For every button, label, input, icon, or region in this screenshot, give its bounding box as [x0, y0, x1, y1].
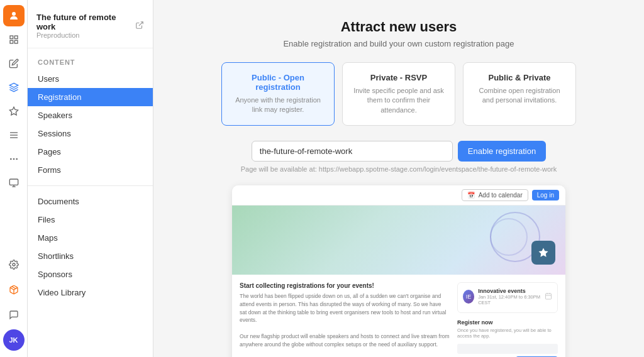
page-title: Attract new users: [179, 19, 619, 35]
preview-left-text: The world has been flipped upside down o…: [240, 292, 450, 357]
gear-icon[interactable]: [3, 254, 25, 275]
sidebar-item-registration[interactable]: Registration: [28, 88, 153, 106]
svg-rect-13: [9, 179, 18, 185]
preview-event-icon: IE: [463, 290, 474, 304]
reg-card-private-rsvp-desc: Invite specific people and ask them to c…: [352, 86, 446, 115]
grid-icon[interactable]: [3, 29, 25, 50]
pencil-icon[interactable]: [3, 53, 25, 74]
preview-window: 📅 Add to calendar Log in Start collectin…: [232, 185, 565, 357]
sidebar-item-sponsors[interactable]: Sponsors: [28, 265, 153, 283]
sidebar: The future of remote work Preproduction …: [28, 0, 153, 357]
preview-event-header: IE Innovative events Jan 31st, 12:40PM t…: [463, 288, 552, 305]
main-content: Attract new users Enable registration an…: [153, 0, 644, 357]
layers-icon[interactable]: [3, 77, 25, 98]
icon-bar-top: [3, 5, 25, 251]
sidebar-item-users[interactable]: Users: [28, 70, 153, 88]
svg-rect-20: [546, 294, 552, 299]
preview-body: Start collecting registrations for your …: [232, 275, 565, 357]
reg-card-public-private-desc: Combine open registration and personal i…: [472, 86, 567, 106]
preview-register-section: Register now Once you have registered, y…: [457, 319, 558, 357]
reg-card-public-private[interactable]: Public & Private Combine open registrati…: [463, 62, 576, 126]
calendar-icon: 📅: [467, 192, 475, 199]
preview-right: IE Innovative events Jan 31st, 12:40PM t…: [457, 282, 558, 357]
people-icon[interactable]: [3, 172, 25, 194]
svg-line-17: [12, 287, 16, 288]
app-subtitle: Preproduction: [36, 31, 135, 39]
star-icon[interactable]: [3, 101, 25, 122]
person-icon[interactable]: [3, 5, 25, 26]
page-subtitle: Enable registration and build your own c…: [179, 39, 619, 48]
sidebar-item-maps[interactable]: Maps: [28, 229, 153, 247]
sidebar-item-files[interactable]: Files: [28, 211, 153, 229]
package-icon[interactable]: [3, 279, 25, 300]
svg-point-16: [13, 263, 15, 266]
url-hint: Page will be available at: https://webap…: [179, 165, 619, 173]
sidebar-item-documents[interactable]: Documents: [28, 192, 153, 211]
preview-event-name: Innovative events: [478, 288, 541, 294]
svg-point-0: [12, 12, 16, 16]
svg-point-10: [10, 158, 12, 160]
sidebar-item-pages[interactable]: Pages: [28, 143, 153, 161]
reg-card-private-rsvp-title: Private - RSVP: [352, 73, 446, 82]
preview-left-title: Start collecting registrations for your …: [240, 282, 450, 289]
sidebar-item-speakers[interactable]: Speakers: [28, 106, 153, 124]
icon-bar-bottom: JK: [3, 254, 25, 357]
svg-line-19: [139, 21, 143, 25]
reg-card-public-open-desc: Anyone with the registration link may re…: [231, 96, 325, 115]
url-input-row: Enable registration: [179, 141, 619, 162]
svg-point-12: [16, 158, 18, 160]
calendar-add-icon[interactable]: [545, 292, 552, 302]
hero-circle-2: [490, 218, 528, 256]
reg-card-public-open-title: Public - Open registration: [231, 73, 325, 92]
svg-rect-1: [10, 36, 13, 39]
hero-badge: [531, 241, 555, 265]
chat-icon[interactable]: [3, 304, 25, 326]
preview-hero: [232, 206, 565, 275]
svg-marker-5: [9, 83, 18, 87]
url-input[interactable]: [252, 141, 453, 162]
registration-type-cards: Public - Open registration Anyone with t…: [179, 62, 619, 126]
preview-left: Start collecting registrations for your …: [240, 282, 450, 357]
svg-point-11: [13, 158, 14, 160]
preview-event-date: Jan 31st, 12:40PM to 6:30PM CEST: [478, 294, 541, 305]
reg-card-private-rsvp[interactable]: Private - RSVP Invite specific people an…: [342, 62, 455, 126]
avatar[interactable]: JK: [3, 329, 25, 351]
external-link-icon[interactable]: [135, 21, 144, 31]
svg-rect-4: [14, 40, 18, 43]
content-section-title: CONTENT: [28, 53, 153, 70]
reg-card-public-open[interactable]: Public - Open registration Anyone with t…: [221, 62, 335, 126]
preview-register-subtitle: Once you have registered, you will be ab…: [457, 327, 558, 339]
log-in-button[interactable]: Log in: [532, 190, 559, 200]
stack-icon[interactable]: [3, 124, 25, 146]
sidebar-item-sessions[interactable]: Sessions: [28, 124, 153, 143]
enable-registration-button[interactable]: Enable registration: [458, 141, 546, 162]
reg-card-public-private-title: Public & Private: [472, 73, 567, 82]
sidebar-item-shortlinks[interactable]: Shortlinks: [28, 247, 153, 265]
sidebar-item-forms[interactable]: Forms: [28, 161, 153, 179]
more-icon[interactable]: [3, 148, 25, 170]
add-to-calendar-button[interactable]: 📅 Add to calendar: [462, 189, 528, 201]
icon-bar: JK: [0, 0, 28, 357]
preview-register-title: Register now: [457, 319, 558, 326]
app-title: The future of remote work: [36, 13, 135, 31]
preview-event-box: IE Innovative events Jan 31st, 12:40PM t…: [457, 282, 558, 313]
svg-rect-3: [10, 40, 13, 43]
sidebar-item-video-library[interactable]: Video Library: [28, 283, 153, 302]
svg-marker-6: [9, 107, 18, 115]
preview-email-input-fake: [457, 344, 558, 354]
svg-rect-2: [14, 36, 18, 39]
preview-topbar: 📅 Add to calendar Log in: [232, 185, 565, 206]
